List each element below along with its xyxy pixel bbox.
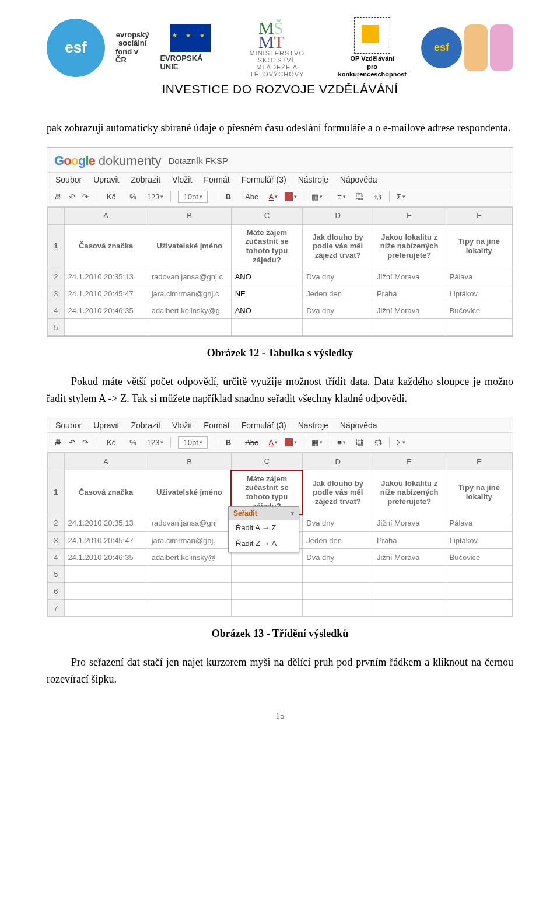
cell[interactable]: 24.1.2010 20:46:35 <box>64 549 148 566</box>
row-num[interactable]: 7 <box>48 600 65 617</box>
cell[interactable]: Jeden den <box>303 532 373 549</box>
number-format-button[interactable]: 123▾ <box>147 438 164 447</box>
align-button[interactable]: ≡▾ <box>337 438 346 447</box>
cell[interactable]: Bučovice <box>446 302 512 319</box>
currency-button[interactable]: Kč <box>103 437 119 448</box>
hdr-lokalita[interactable]: Jakou lokalitu z níže nabízených preferu… <box>373 224 446 268</box>
menu-zobrazit[interactable]: Zobrazit <box>131 421 161 430</box>
strike-button[interactable]: Abc <box>242 191 261 202</box>
text-color-button[interactable]: A▾ <box>269 438 278 447</box>
font-size-select[interactable]: 10pt ▾ <box>178 191 207 203</box>
wrap-button[interactable]: ⮔ <box>374 438 382 447</box>
hdr-jmeno[interactable]: Uživatelské jméno <box>148 470 231 514</box>
cell[interactable]: 24.1.2010 20:45:47 <box>64 285 148 302</box>
cell[interactable]: Bučovice <box>446 549 512 566</box>
cell[interactable]: jara.cimrman@gnj.c <box>148 285 231 302</box>
menu-zobrazit[interactable]: Zobrazit <box>131 175 161 184</box>
menu-nastroje[interactable]: Nástroje <box>298 175 328 184</box>
cell[interactable]: adalbert.kolinsky@g <box>148 302 231 319</box>
percent-button[interactable]: % <box>126 437 140 448</box>
cell[interactable]: Jeden den <box>303 285 373 302</box>
row-num[interactable]: 4 <box>48 549 65 566</box>
formula-button[interactable]: Σ▾ <box>397 192 405 201</box>
cell[interactable]: Dva dny <box>303 268 373 285</box>
bold-button[interactable]: B <box>222 191 235 202</box>
row-num[interactable]: 5 <box>48 566 65 583</box>
borders-button[interactable]: ▦▾ <box>312 192 323 201</box>
currency-button[interactable]: Kč <box>103 191 119 202</box>
menu-vlozit[interactable]: Vložit <box>172 421 192 430</box>
cell[interactable]: jara.cimrman@gnj. <box>148 532 231 549</box>
sort-option-za[interactable]: Řadit Z → A <box>229 536 299 552</box>
hdr-lokalita[interactable]: Jakou lokalitu z níže nabízených preferu… <box>373 470 446 514</box>
cell[interactable]: Praha <box>373 532 446 549</box>
row-num[interactable]: 3 <box>48 285 65 302</box>
cell[interactable]: Jižní Morava <box>373 302 446 319</box>
cell[interactable] <box>148 600 231 617</box>
hdr-tipy[interactable]: Tipy na jiné lokality <box>446 224 512 268</box>
col-header-a[interactable]: A <box>64 453 148 470</box>
cell[interactable] <box>148 319 231 336</box>
cell[interactable] <box>303 319 373 336</box>
print-icon[interactable]: 🖶 <box>54 438 62 447</box>
text-color-button[interactable]: A▾ <box>269 192 278 201</box>
cell[interactable] <box>373 566 446 583</box>
cell[interactable]: adalbert.kolinsky@ <box>148 549 231 566</box>
spreadsheet-grid-1[interactable]: A B C D E F 1 Časová značka Uživatelské … <box>47 207 513 336</box>
hdr-zajem[interactable]: Máte zájem zúčastnit se tohoto typu záje… <box>231 224 303 268</box>
number-format-button[interactable]: 123▾ <box>147 192 164 201</box>
menu-vlozit[interactable]: Vložit <box>172 175 192 184</box>
undo-icon[interactable]: ↶ <box>69 192 75 201</box>
undo-icon[interactable]: ↶ <box>69 438 75 447</box>
cell[interactable]: 24.1.2010 20:45:47 <box>64 532 148 549</box>
cell[interactable] <box>446 600 512 617</box>
menu-soubor[interactable]: Soubor <box>55 421 82 430</box>
cell[interactable]: ANO <box>231 268 303 285</box>
cell[interactable] <box>64 566 148 583</box>
formula-button[interactable]: Σ▾ <box>397 438 405 447</box>
cell[interactable] <box>64 600 148 617</box>
col-header-e[interactable]: E <box>373 453 446 470</box>
cell[interactable]: ANO <box>231 302 303 319</box>
sort-dropdown[interactable]: Seřadit▾ Řadit A → Z Řadit Z → A <box>228 506 299 552</box>
cell[interactable]: Liptákov <box>446 532 512 549</box>
row-num[interactable]: 4 <box>48 302 65 319</box>
hdr-tipy[interactable]: Tipy na jiné lokality <box>446 470 512 514</box>
hdr-dlouho[interactable]: Jak dlouho by podle vás měl zájezd trvat… <box>303 224 373 268</box>
cell[interactable] <box>231 583 303 600</box>
cell[interactable]: Liptákov <box>446 285 512 302</box>
col-header-d[interactable]: D <box>303 453 373 470</box>
redo-icon[interactable]: ↷ <box>82 438 89 447</box>
cell[interactable]: Dva dny <box>303 514 373 532</box>
cell[interactable] <box>373 600 446 617</box>
menu-upravit[interactable]: Upravit <box>93 421 119 430</box>
merge-button[interactable]: ⿻ <box>353 437 368 448</box>
cell[interactable]: Dva dny <box>303 302 373 319</box>
cell[interactable] <box>231 566 303 583</box>
cell[interactable] <box>64 583 148 600</box>
merge-button[interactable]: ⿻ <box>353 191 368 202</box>
cell[interactable] <box>446 566 512 583</box>
cell[interactable] <box>373 583 446 600</box>
col-header-c[interactable]: C <box>231 453 303 470</box>
cell[interactable] <box>446 319 512 336</box>
col-header-c[interactable]: C <box>231 207 303 224</box>
wrap-button[interactable]: ⮔ <box>374 192 382 201</box>
cell[interactable]: NE <box>231 285 303 302</box>
font-size-select[interactable]: 10pt ▾ <box>178 436 207 449</box>
percent-button[interactable]: % <box>126 191 140 202</box>
menu-napoveda[interactable]: Nápověda <box>340 175 377 184</box>
cell[interactable] <box>148 583 231 600</box>
hdr-dlouho[interactable]: Jak dlouho by podle vás měl zájezd trvat… <box>303 470 373 514</box>
sort-option-az[interactable]: Řadit A → Z <box>229 520 299 536</box>
cell[interactable] <box>446 583 512 600</box>
row-num[interactable]: 2 <box>48 268 65 285</box>
col-header-blank[interactable] <box>48 207 65 224</box>
col-header-f[interactable]: F <box>446 207 512 224</box>
fill-color-button[interactable]: ▾ <box>285 192 297 201</box>
row-num[interactable]: 5 <box>48 319 65 336</box>
row-num[interactable]: 1 <box>48 470 65 514</box>
strike-button[interactable]: Abc <box>242 437 261 448</box>
bold-button[interactable]: B <box>222 437 235 448</box>
menu-napoveda[interactable]: Nápověda <box>340 421 377 430</box>
